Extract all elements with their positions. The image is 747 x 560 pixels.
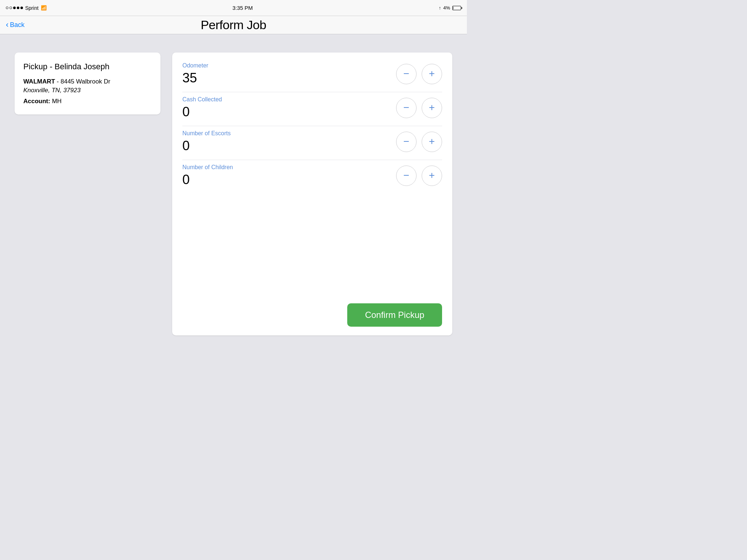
cash-decrement-button[interactable]: −: [396, 98, 417, 118]
confirm-btn-row: Confirm Pickup: [182, 303, 442, 327]
battery-percent: 4%: [443, 5, 450, 11]
signal-dot-1: [6, 7, 8, 9]
cash-row: Cash Collected 0 − +: [182, 95, 442, 121]
children-field: Number of Children 0: [182, 164, 396, 187]
nav-bar: ‹ Back Perform Job: [0, 16, 467, 34]
location-icon: ↑: [439, 5, 441, 11]
signal-dot-3: [13, 7, 16, 9]
divider-1: [182, 92, 442, 92]
escorts-field: Number of Escorts 0: [182, 130, 396, 153]
escorts-decrement-button[interactable]: −: [396, 132, 417, 152]
cash-controls: − +: [396, 98, 442, 118]
odometer-value: 35: [182, 70, 396, 86]
children-row: Number of Children 0 − +: [182, 163, 442, 188]
children-increment-button[interactable]: +: [422, 166, 442, 186]
escorts-controls: − +: [396, 132, 442, 152]
divider-2: [182, 126, 442, 126]
right-panel: Odometer 35 − + Cash Collected 0 − +: [172, 52, 452, 335]
odometer-increment-button[interactable]: +: [422, 64, 442, 84]
left-panel: Pickup - Belinda Joseph WALMART - 8445 W…: [15, 52, 160, 335]
card-city: Knoxville, TN, 37923: [23, 87, 152, 94]
status-bar: Sprint 📶 3:35 PM ↑ 4%: [0, 0, 467, 16]
battery-icon: [452, 6, 461, 10]
page-title: Perform Job: [201, 18, 266, 32]
signal-dot-4: [17, 7, 19, 9]
cash-label: Cash Collected: [182, 96, 396, 103]
status-left: Sprint 📶: [6, 5, 47, 11]
main-content: Pickup - Belinda Joseph WALMART - 8445 W…: [0, 34, 467, 350]
odometer-controls: − +: [396, 64, 442, 84]
info-card: Pickup - Belinda Joseph WALMART - 8445 W…: [15, 52, 160, 114]
escorts-label: Number of Escorts: [182, 130, 396, 137]
signal-dots: [6, 7, 23, 9]
account-value: MH: [52, 98, 61, 105]
cash-field: Cash Collected 0: [182, 96, 396, 120]
odometer-label: Odometer: [182, 62, 396, 69]
cash-value: 0: [182, 104, 396, 120]
chevron-left-icon: ‹: [6, 21, 8, 29]
escorts-increment-button[interactable]: +: [422, 132, 442, 152]
divider-3: [182, 160, 442, 160]
signal-dot-2: [9, 7, 12, 9]
escorts-row: Number of Escorts 0 − +: [182, 129, 442, 155]
address-text: - 8445 Walbrook Dr: [55, 78, 110, 85]
wifi-icon: 📶: [41, 5, 47, 11]
status-time: 3:35 PM: [232, 5, 253, 11]
back-label: Back: [10, 21, 24, 29]
card-address: WALMART - 8445 Walbrook Dr: [23, 78, 152, 85]
back-button[interactable]: ‹ Back: [6, 21, 24, 29]
children-value: 0: [182, 172, 396, 187]
escorts-value: 0: [182, 138, 396, 153]
card-title: Pickup - Belinda Joseph: [23, 62, 152, 71]
signal-dot-5: [20, 7, 23, 9]
carrier-name: Sprint: [25, 5, 39, 11]
children-label: Number of Children: [182, 164, 396, 171]
confirm-pickup-button[interactable]: Confirm Pickup: [347, 303, 442, 327]
odometer-decrement-button[interactable]: −: [396, 64, 417, 84]
odometer-field: Odometer 35: [182, 62, 396, 86]
store-name: WALMART: [23, 78, 55, 85]
children-controls: − +: [396, 166, 442, 186]
account-label: Account:: [23, 98, 50, 105]
children-decrement-button[interactable]: −: [396, 166, 417, 186]
cash-increment-button[interactable]: +: [422, 98, 442, 118]
odometer-row: Odometer 35 − +: [182, 61, 442, 87]
status-right: ↑ 4%: [439, 5, 461, 11]
card-account: Account: MH: [23, 98, 152, 105]
